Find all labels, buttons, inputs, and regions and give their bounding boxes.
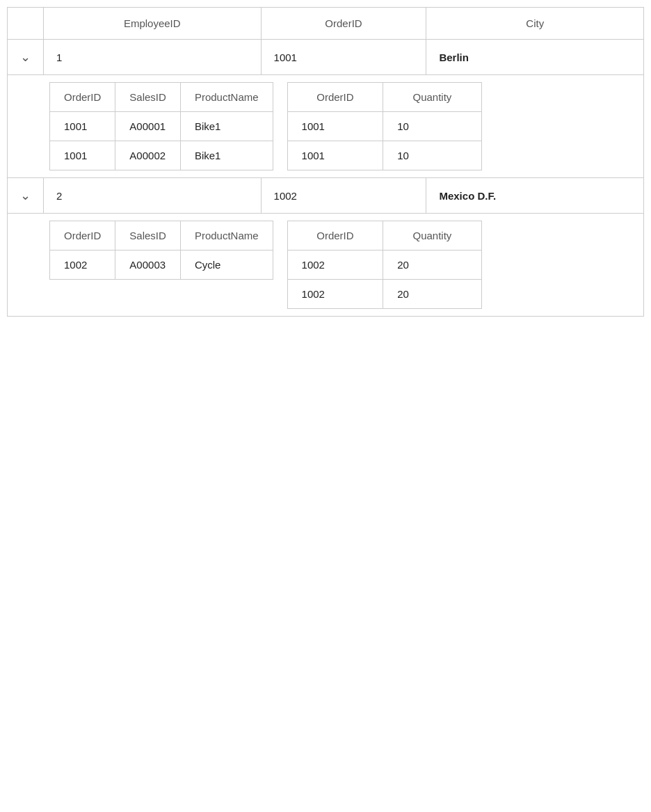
main-table: EmployeeID OrderID City ⌄ 1 1001 Berlin … xyxy=(7,7,644,317)
sales-col-header: OrderID xyxy=(50,83,115,112)
sales-col-header: SalesID xyxy=(115,83,181,112)
sales-col-header: ProductName xyxy=(180,221,273,250)
qty-col-header: Quantity xyxy=(383,221,481,250)
sales-row: 1001 A00001 Bike1 xyxy=(50,112,273,141)
nested-tables-container: OrderIDSalesIDProductName 1002 A00003 Cy… xyxy=(49,221,636,309)
expanded-cell: OrderIDSalesIDProductName 1001 A00001 Bi… xyxy=(8,75,644,178)
sales-id: A00002 xyxy=(115,141,181,170)
quantity-value: 20 xyxy=(383,280,481,309)
employee-id-cell: 1 xyxy=(44,40,262,75)
product-name: Cycle xyxy=(180,250,273,280)
city-header: City xyxy=(426,8,644,40)
product-name: Bike1 xyxy=(180,141,273,170)
sales-col-header: SalesID xyxy=(115,221,181,250)
qty-order-id: 1002 xyxy=(287,250,383,280)
qty-row: 1001 10 xyxy=(287,112,481,141)
sales-row: 1001 A00002 Bike1 xyxy=(50,141,273,170)
sales-order-id: 1001 xyxy=(50,141,115,170)
quantity-table: OrderIDQuantity 1001 10 1001 10 xyxy=(287,82,482,170)
order-id-cell: 1002 xyxy=(261,178,426,214)
sales-order-id: 1002 xyxy=(50,250,115,280)
expand-header xyxy=(8,8,44,40)
qty-col-header: OrderID xyxy=(287,83,383,112)
order-id-cell: 1001 xyxy=(261,40,426,75)
qty-order-id: 1001 xyxy=(287,112,383,141)
quantity-table: OrderIDQuantity 1002 20 1002 20 xyxy=(287,221,482,309)
expand-toggle[interactable]: ⌄ xyxy=(8,178,44,214)
quantity-value: 10 xyxy=(383,112,481,141)
sales-id: A00001 xyxy=(115,112,181,141)
quantity-value: 10 xyxy=(383,141,481,170)
sales-row: 1002 A00003 Cycle xyxy=(50,250,273,280)
sales-order-id: 1001 xyxy=(50,112,115,141)
qty-row: 1001 10 xyxy=(287,141,481,170)
qty-col-header: OrderID xyxy=(287,221,383,250)
expanded-row: OrderIDSalesIDProductName 1002 A00003 Cy… xyxy=(8,214,644,317)
order-id-header: OrderID xyxy=(261,8,426,40)
sales-col-header: OrderID xyxy=(50,221,115,250)
qty-order-id: 1002 xyxy=(287,280,383,309)
qty-row: 1002 20 xyxy=(287,280,481,309)
sales-table: OrderIDSalesIDProductName 1002 A00003 Cy… xyxy=(49,221,273,280)
table-row: ⌄ 2 1002 Mexico D.F. xyxy=(8,178,644,214)
city-cell: Berlin xyxy=(426,40,644,75)
sales-id: A00003 xyxy=(115,250,181,280)
expand-toggle[interactable]: ⌄ xyxy=(8,40,44,75)
qty-row: 1002 20 xyxy=(287,250,481,280)
qty-col-header: Quantity xyxy=(383,83,481,112)
quantity-value: 20 xyxy=(383,250,481,280)
product-name: Bike1 xyxy=(180,112,273,141)
city-cell: Mexico D.F. xyxy=(426,178,644,214)
sales-table: OrderIDSalesIDProductName 1001 A00001 Bi… xyxy=(49,82,273,170)
expanded-cell: OrderIDSalesIDProductName 1002 A00003 Cy… xyxy=(8,214,644,317)
expanded-row: OrderIDSalesIDProductName 1001 A00001 Bi… xyxy=(8,75,644,178)
employee-id-cell: 2 xyxy=(44,178,262,214)
nested-tables-container: OrderIDSalesIDProductName 1001 A00001 Bi… xyxy=(49,82,636,170)
employee-id-header: EmployeeID xyxy=(44,8,262,40)
qty-order-id: 1001 xyxy=(287,141,383,170)
sales-col-header: ProductName xyxy=(180,83,273,112)
table-row: ⌄ 1 1001 Berlin xyxy=(8,40,644,75)
